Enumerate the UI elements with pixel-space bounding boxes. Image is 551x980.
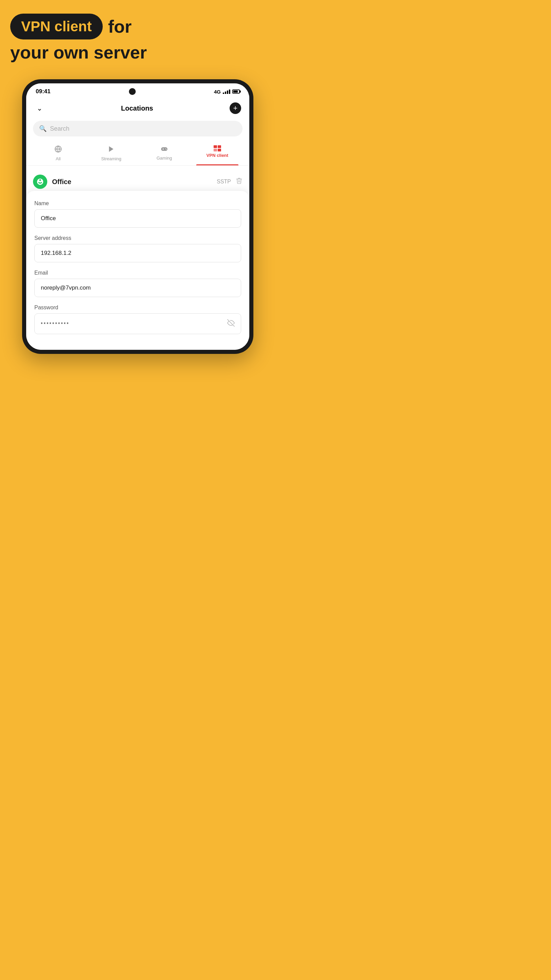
network-label: 4G bbox=[214, 89, 221, 95]
server-field-group: Server address 192.168.1.2 bbox=[34, 235, 241, 262]
search-bar[interactable]: 🔍 Search bbox=[33, 121, 243, 137]
phone-wrapper: 09:41 4G ⌄ Locat bbox=[0, 79, 275, 354]
email-field-group: Email noreply@7vpn.com bbox=[34, 270, 241, 297]
tab-gaming[interactable]: Gaming bbox=[138, 142, 191, 165]
vpnclient-icon bbox=[214, 145, 221, 151]
status-bar: 09:41 4G bbox=[26, 83, 249, 97]
password-input[interactable]: ********** bbox=[34, 313, 241, 334]
name-label: Name bbox=[34, 200, 241, 207]
password-value: ********** bbox=[41, 321, 69, 327]
email-input[interactable]: noreply@7vpn.com bbox=[34, 279, 241, 297]
svg-point-6 bbox=[165, 149, 166, 150]
edit-form-sheet: Name Office Server address 192.168.1.2 E… bbox=[26, 191, 249, 350]
hero-line2: your own server bbox=[10, 43, 265, 62]
back-button[interactable]: ⌄ bbox=[34, 103, 44, 113]
phone-device: 09:41 4G ⌄ Locat bbox=[22, 79, 253, 354]
tab-vpnclient-label: VPN client bbox=[206, 153, 228, 158]
tab-vpnclient[interactable]: VPN client bbox=[191, 142, 244, 165]
tab-streaming-label: Streaming bbox=[101, 156, 121, 161]
phone-screen: 09:41 4G ⌄ Locat bbox=[26, 83, 249, 350]
tab-all-label: All bbox=[56, 156, 60, 161]
gaming-icon bbox=[160, 145, 168, 154]
category-tabs: All Streaming bbox=[26, 142, 249, 166]
screen-title: Locations bbox=[121, 105, 153, 112]
item-name: Office bbox=[52, 178, 71, 186]
server-value: 192.168.1.2 bbox=[41, 250, 71, 256]
signal-icon bbox=[223, 89, 230, 94]
battery-icon bbox=[232, 89, 240, 94]
password-field-group: Password ********** bbox=[34, 305, 241, 334]
streaming-icon bbox=[108, 145, 115, 155]
toggle-password-icon[interactable] bbox=[227, 319, 235, 328]
hero-for: for bbox=[108, 16, 132, 37]
name-input[interactable]: Office bbox=[34, 209, 241, 228]
tab-all[interactable]: All bbox=[32, 142, 85, 165]
table-row[interactable]: Office SSTP bbox=[33, 171, 243, 192]
hero-line1: VPN client for bbox=[10, 14, 265, 40]
all-icon bbox=[54, 145, 62, 155]
hero-badge: VPN client bbox=[10, 14, 103, 40]
item-protocol: SSTP bbox=[217, 179, 231, 185]
tab-gaming-label: Gaming bbox=[156, 156, 172, 161]
tab-streaming[interactable]: Streaming bbox=[85, 142, 138, 165]
server-label: Server address bbox=[34, 235, 241, 241]
search-icon: 🔍 bbox=[39, 125, 47, 132]
email-value: noreply@7vpn.com bbox=[41, 285, 91, 291]
search-placeholder: Search bbox=[50, 125, 69, 132]
server-input[interactable]: 192.168.1.2 bbox=[34, 244, 241, 262]
camera-cutout bbox=[129, 88, 136, 95]
status-icons: 4G bbox=[214, 89, 240, 95]
name-value: Office bbox=[41, 215, 56, 222]
hero-section: VPN client for your own server bbox=[0, 0, 275, 69]
app-header: ⌄ Locations + bbox=[26, 97, 249, 118]
password-label: Password bbox=[34, 305, 241, 311]
email-label: Email bbox=[34, 270, 241, 276]
search-container: 🔍 Search bbox=[26, 118, 249, 142]
add-location-button[interactable]: + bbox=[230, 102, 241, 114]
delete-icon[interactable] bbox=[236, 177, 243, 186]
item-vpn-icon bbox=[33, 175, 47, 189]
svg-marker-2 bbox=[109, 146, 114, 152]
svg-point-7 bbox=[166, 149, 167, 150]
status-time: 09:41 bbox=[36, 88, 50, 95]
name-field-group: Name Office bbox=[34, 200, 241, 228]
